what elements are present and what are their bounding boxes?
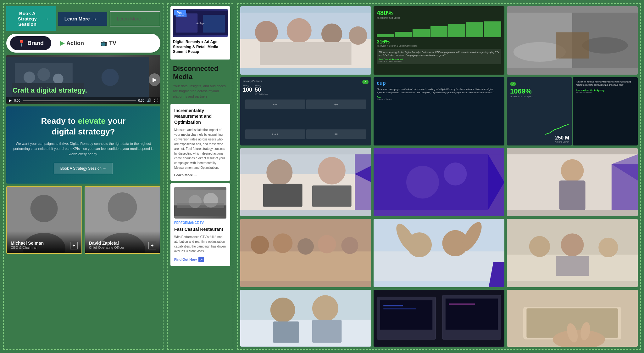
find-out-icon-symbol: ↗	[200, 258, 203, 261]
stat-480-label: vs. Return on Ad Spend	[377, 17, 501, 19]
learn-more-outline-button[interactable]: Learn More →	[110, 11, 160, 26]
quote-box: "We were so happy to find Digital Remedy…	[377, 49, 501, 64]
incrementality-body: Measure and isolate the impact of your m…	[174, 128, 226, 170]
svg-point-39	[266, 159, 292, 185]
book-session-button[interactable]: Book A Strategy Session →	[6, 6, 56, 31]
grid-cell-testimonial: cup "As a brand managing a multitude of …	[374, 77, 504, 145]
svg-point-48	[406, 166, 439, 199]
performance-tv-title: Fast Casual Restaurant	[174, 226, 226, 232]
woman-standing-svg	[507, 148, 638, 216]
book-session-label: Book A Strategy Session	[13, 11, 42, 27]
grid-cell-cooking	[507, 6, 638, 75]
video-background: Craft a digital strategy. ▶	[6, 55, 160, 104]
video-controls: ▶ 0:00 0:30 🔊 ⛶	[6, 97, 160, 104]
play-pause-button[interactable]: ▶	[9, 98, 12, 103]
grid-cell-stats-chart: 480% vs. Return on Ad Spend 316% vs. Inv…	[374, 6, 504, 75]
cooking-svg	[507, 6, 638, 75]
person-details-1: David Zapletal Chief Operating Officer	[89, 241, 124, 249]
industry-num1: 100	[243, 87, 252, 93]
learn-more-link-label: Learn More →	[174, 173, 197, 177]
performance-tv-svg	[174, 187, 226, 219]
laptops-svg	[240, 148, 371, 216]
video-time-start: 0:00	[14, 99, 20, 102]
elevate-title-start: Ready to	[41, 116, 78, 126]
quote-text-cell5: "As a brand managing a multitude of paid…	[377, 88, 501, 94]
actions-driven-group: 250 M Actions Driven	[555, 135, 569, 143]
tab-action[interactable]: ▶ Action	[53, 37, 92, 50]
return-chart-svg	[545, 123, 570, 136]
person-title-1: Chief Operating Officer	[89, 246, 124, 249]
person-plus-1[interactable]: +	[148, 242, 156, 249]
volume-icon[interactable]: 🔊	[147, 98, 152, 103]
post-card: AdAge AdAge Post Digital Remedy x Ad Age…	[170, 6, 230, 60]
elevate-section: Ready to elevate yourdigital strategy? W…	[6, 106, 160, 184]
industry-num2: 50	[255, 87, 268, 93]
learn-more-outline-arrow: →	[143, 16, 148, 21]
post-image: AdAge AdAge Post	[173, 9, 228, 37]
video-progress-bar[interactable]	[23, 100, 136, 101]
tab-tv-label: TV	[109, 40, 116, 47]
logo-item-3-text: ▲▲▲	[271, 133, 279, 135]
svg-rect-75	[240, 320, 371, 346]
couple-meeting-svg	[240, 290, 371, 347]
return-1069-label: vs. Return on Ad Spend	[510, 95, 569, 98]
svg-rect-86	[383, 308, 416, 309]
quote-logo: cup	[377, 80, 501, 86]
purple-arrow-svg	[374, 148, 504, 216]
tab-tv[interactable]: 📺 TV	[93, 37, 124, 50]
logo-item-2: ◆◆	[306, 100, 366, 109]
grid-cell-woman-standing	[507, 148, 638, 216]
grid-cell-monitors	[374, 290, 504, 347]
celebrating-svg	[374, 219, 504, 287]
monitors-svg	[374, 290, 504, 347]
learn-more-link[interactable]: Learn More →	[174, 173, 226, 177]
svg-rect-52	[559, 180, 585, 210]
video-time-end: 0:30	[138, 99, 144, 102]
svg-rect-23	[177, 203, 224, 208]
svg-point-26	[255, 21, 278, 44]
action-icon: ▶	[60, 40, 64, 47]
svg-rect-87	[449, 304, 475, 305]
performance-tv-label: PERFORMANCE TV	[174, 221, 226, 225]
book-session-arrow: →	[45, 16, 49, 21]
return-1069-card: ✓ 1069% vs. Return on Ad Spend 250 M Act…	[507, 77, 572, 145]
post-badge: Post	[174, 10, 186, 15]
fullscreen-icon[interactable]: ⛶	[154, 98, 158, 103]
grid-cell-laptops	[240, 148, 371, 216]
svg-point-51	[561, 159, 584, 182]
person-card-0: Michael Seiman CEO & Chairman +	[6, 186, 82, 254]
svg-point-3	[37, 68, 50, 81]
svg-point-60	[318, 235, 336, 253]
svg-rect-56	[240, 251, 371, 281]
post-title: Digital Remedy x Ad Age Streaming & Reta…	[173, 40, 228, 54]
elevate-title: Ready to elevate yourdigital strategy?	[13, 116, 154, 137]
svg-point-59	[297, 238, 314, 255]
top-buttons: Book A Strategy Session → Learn More → L…	[6, 6, 160, 31]
disconnected-title: Disconnected Media	[173, 65, 228, 81]
video-play-button[interactable]: ▶	[149, 73, 160, 86]
bar-3	[413, 29, 430, 37]
svg-point-77	[312, 295, 338, 322]
actions-250m: 250 M	[555, 135, 569, 141]
return-1069-badge: ✓	[510, 82, 516, 86]
tv-icon: 📺	[100, 40, 107, 47]
elevate-subtitle: We want your campaigns to thrive. Digita…	[13, 141, 154, 157]
middle-panel: AdAge AdAge Post Digital Remedy x Ad Age…	[167, 3, 233, 350]
svg-point-6	[102, 69, 119, 86]
stat-316: 316%	[377, 39, 501, 45]
svg-rect-78	[273, 322, 299, 343]
logo-item-1: ●●●	[245, 100, 305, 109]
performance-tv-card: PERFORMANCE TV Fast Casual Restaurant Wi…	[170, 183, 230, 266]
find-out-how-link[interactable]: Find Out How ↗	[174, 257, 226, 262]
bar-5	[448, 24, 465, 37]
performance-tv-image	[174, 187, 226, 219]
person-cards: Michael Seiman CEO & Chairman + David Za…	[6, 186, 160, 254]
elevate-book-button[interactable]: Book A Strategy Session →	[54, 163, 113, 174]
person-card-info-1: David Zapletal Chief Operating Officer +	[85, 231, 160, 253]
video-overlay-text: Craft a digital strategy.	[13, 86, 87, 94]
tab-brand[interactable]: 📍 Brand	[10, 36, 51, 50]
svg-point-35	[582, 37, 628, 54]
learn-more-dark-button[interactable]: Learn More →	[58, 12, 108, 26]
person-plus-0[interactable]: +	[70, 242, 78, 249]
quote-author-cell6: Independent Media Agency	[576, 89, 635, 91]
